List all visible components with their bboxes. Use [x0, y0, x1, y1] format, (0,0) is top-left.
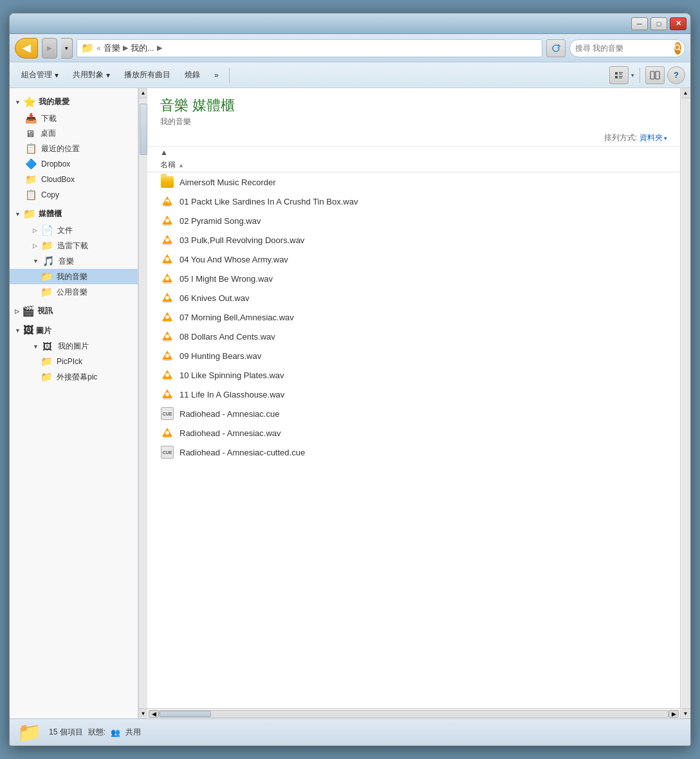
sidebar-item-external[interactable]: 📁 外接螢幕pic — [10, 369, 138, 385]
burn-button[interactable]: 燒錄 — [178, 65, 207, 86]
sidebar-item-download[interactable]: 📥 下載 — [10, 111, 138, 126]
search-input[interactable] — [575, 44, 672, 53]
sidebar-item-recent[interactable]: 📋 最近的位置 — [10, 141, 138, 156]
more-button[interactable]: » — [208, 65, 225, 86]
sidebar-section-favorites: ▼ ⭐ 我的最愛 📥 下載 🖥 桌面 📋 最近的位置 — [10, 93, 138, 203]
svg-rect-7 — [619, 77, 622, 78]
recent-icon: 📋 — [25, 143, 37, 154]
view-button[interactable] — [609, 66, 629, 84]
panel-button[interactable] — [645, 66, 665, 84]
svg-point-39 — [165, 354, 169, 358]
publicmusic-icon: 📁 — [41, 286, 53, 298]
sort-option[interactable]: 資料夾 ▾ — [640, 133, 667, 143]
close-button[interactable]: ✕ — [670, 17, 686, 30]
sidebar-header-media[interactable]: ▼ 📁 媒體櫃 — [10, 205, 138, 223]
sidebar-header-pictures[interactable]: ▼ 🖼 圖片 — [10, 322, 138, 339]
sidebar-header-favorites[interactable]: ▼ ⭐ 我的最愛 — [10, 93, 138, 111]
path-folder-icon: 📁 — [81, 42, 94, 54]
list-item[interactable]: CUE Radiohead - Amnesiac-cutted.cue — [147, 443, 680, 462]
rs-scroll-up[interactable]: ▲ — [681, 88, 690, 98]
external-icon: 📁 — [41, 371, 53, 383]
list-item[interactable]: Radiohead - Amnesiac.wav — [147, 423, 680, 443]
address-bar: ◀ ▶ ▾ 📁 « 音樂 ▶ 我的... ▶ — [10, 34, 690, 62]
h-scroll-left[interactable]: ◀ — [149, 710, 159, 718]
music-expand-icon: ▼ — [33, 258, 39, 264]
toolbar: 組合管理 ▾ 共用對象 ▾ 播放所有曲目 燒錄 » — [10, 62, 690, 88]
nav-dropdown-button[interactable]: ▾ — [61, 38, 73, 59]
sidebar-item-documents[interactable]: ▷ 📄 文件 — [10, 223, 138, 238]
vlc-icon — [160, 253, 174, 266]
path-arrow-1: ▶ — [123, 44, 128, 52]
folder-icon — [160, 176, 174, 188]
refresh-button[interactable] — [546, 39, 566, 57]
play-all-button[interactable]: 播放所有曲目 — [118, 65, 177, 86]
list-item[interactable]: 02 Pyramid Song.wav — [147, 211, 680, 230]
file-subtitle: 我的音樂 — [160, 116, 667, 127]
svg-rect-35 — [163, 341, 171, 342]
search-button[interactable] — [674, 42, 681, 55]
media-label: 媒體櫃 — [39, 208, 62, 219]
list-item[interactable]: 07 Morning Bell,Amnesiac.wav — [147, 307, 680, 327]
toolbar-right: ▾ ? — [609, 66, 685, 84]
sidebar-item-music[interactable]: ▼ 🎵 音樂 — [10, 253, 138, 269]
mypictures-label: 我的圖片 — [58, 341, 89, 352]
address-path[interactable]: 📁 « 音樂 ▶ 我的... ▶ — [77, 39, 542, 57]
list-item[interactable]: 10 Like Spinning Plates.wav — [147, 365, 680, 385]
sidebar-item-dropbox[interactable]: 🔷 Dropbox — [10, 156, 138, 172]
svg-rect-6 — [619, 76, 623, 77]
vlc-icon — [160, 330, 174, 343]
list-item[interactable]: 06 Knives Out.wav — [147, 288, 680, 307]
sidebar-scroll-thumb[interactable] — [140, 104, 147, 155]
svg-rect-8 — [650, 71, 654, 79]
organize-button[interactable]: 組合管理 ▾ — [15, 65, 65, 86]
list-item[interactable]: 11 Life In A Glasshouse.wav — [147, 385, 680, 404]
sidebar-item-copy[interactable]: 📋 Copy — [10, 187, 138, 203]
restore-button[interactable]: □ — [650, 17, 667, 30]
h-scroll-thumb[interactable] — [160, 711, 211, 717]
h-scroll-right[interactable]: ▶ — [668, 710, 679, 718]
list-item[interactable]: 03 Pulk,Pull Revolving Doors.wav — [147, 230, 680, 250]
media-triangle: ▼ — [15, 211, 21, 217]
list-item[interactable]: Aimersoft Music Recorder — [147, 172, 680, 192]
back-button[interactable]: ◀ — [15, 38, 38, 59]
external-label: 外接螢幕pic — [57, 372, 97, 383]
vlc-icon — [160, 349, 174, 362]
sidebar-item-thunder[interactable]: ▷ 📁 迅雷下載 — [10, 238, 138, 253]
sidebar-scroll-down[interactable]: ▼ — [139, 708, 147, 718]
list-item[interactable]: 09 Hunting Bears.wav — [147, 346, 680, 365]
status-bar: 📁 15 個項目 狀態: 👥 共用 — [10, 718, 690, 745]
file-name: 02 Pyramid Song.wav — [180, 216, 261, 226]
documents-icon: 📄 — [41, 224, 53, 236]
sidebar-item-picpick[interactable]: 📁 PicPIck — [10, 354, 138, 369]
sidebar-scroll-up[interactable]: ▲ — [139, 88, 147, 98]
file-area: 音樂 媒體櫃 我的音樂 排列方式: 資料夾 ▾ ▲ — [147, 88, 680, 718]
sort-dropdown-arrow: ▾ — [664, 135, 667, 142]
list-item[interactable]: 05 I Might Be Wrong.wav — [147, 269, 680, 288]
sidebar-item-desktop[interactable]: 🖥 桌面 — [10, 126, 138, 141]
share-button[interactable]: 共用對象 ▾ — [66, 65, 116, 86]
window: ─ □ ✕ ◀ ▶ ▾ 📁 « 音樂 ▶ 我的... ▶ — [9, 13, 691, 746]
mymusic-icon: 📁 — [41, 271, 53, 282]
sidebar-item-mypictures[interactable]: ▼ 🖼 我的圖片 — [10, 339, 138, 354]
horizontal-scrollbar: ◀ ▶ — [147, 708, 680, 718]
svg-rect-17 — [163, 225, 171, 226]
sidebar-item-mymusic[interactable]: 📁 我的音樂 — [10, 269, 138, 284]
list-item[interactable]: ▶ 01 Packt Like Sardines In A Crushd Tin… — [147, 192, 680, 211]
help-button[interactable]: ? — [667, 66, 685, 84]
sidebar-header-video[interactable]: ▷ 🎬 視訊 — [10, 302, 138, 320]
view-dropdown[interactable]: ▾ — [631, 72, 634, 78]
sidebar-item-cloudbox[interactable]: 📁 CloudBox — [10, 172, 138, 187]
dropbox-label: Dropbox — [41, 160, 70, 169]
sidebar-item-publicmusic[interactable]: 📁 公用音樂 — [10, 284, 138, 300]
column-header[interactable]: 名稱 ▲ — [147, 158, 680, 172]
list-item[interactable]: 08 Dollars And Cents.wav — [147, 327, 680, 346]
list-item[interactable]: 04 You And Whose Army.wav — [147, 250, 680, 269]
minimize-button[interactable]: ─ — [631, 17, 648, 30]
status-state-value: 共用 — [125, 727, 141, 738]
h-scroll-track — [159, 710, 668, 718]
main-content: ▼ ⭐ 我的最愛 📥 下載 🖥 桌面 📋 最近的位置 — [10, 88, 690, 718]
svg-rect-2 — [615, 72, 618, 75]
rs-scroll-down[interactable]: ▼ — [681, 708, 690, 718]
forward-button[interactable]: ▶ — [42, 38, 57, 59]
list-item[interactable]: CUE Radiohead - Amnesiac.cue — [147, 404, 680, 423]
